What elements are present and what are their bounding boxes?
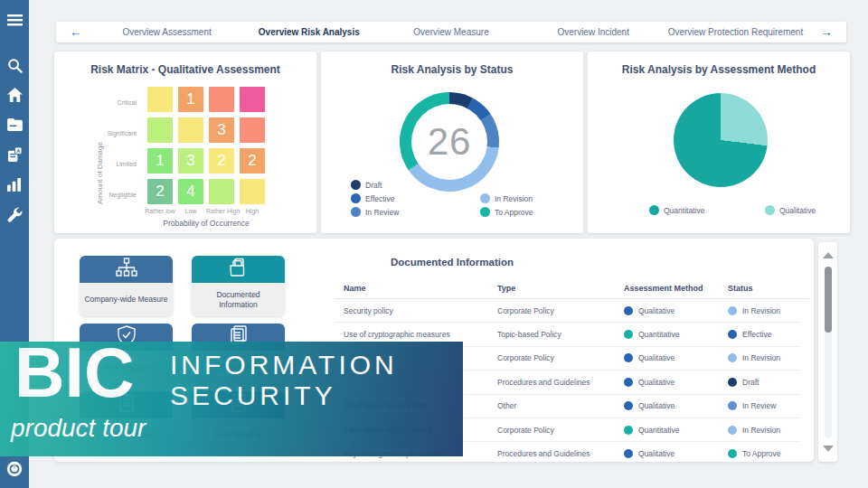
method-dot <box>624 353 633 362</box>
folder-documents-icon <box>228 258 250 281</box>
home-icon[interactable] <box>6 87 23 103</box>
table-header: Name Type Assessment Method Status <box>335 278 809 299</box>
bic-logo: BIC <box>14 336 135 408</box>
col-type: Type <box>497 284 624 293</box>
matrix-cell[interactable]: 2 <box>147 179 173 204</box>
product-tour-banner: BIC INFORMATION SECURITY product tour <box>0 342 463 456</box>
col-status: Status <box>728 284 809 293</box>
method-dot <box>624 306 633 315</box>
donut-total-count: 26 <box>428 120 472 164</box>
legend-dot <box>649 205 659 215</box>
method-chart-card: Risk Analysis by Assessment Method Quant… <box>588 52 850 233</box>
risk-matrix-grid: 1 3 1 3 2 2 2 4 <box>147 87 265 204</box>
matrix-cell[interactable] <box>240 179 265 204</box>
legend-item-in-revision: In Revision <box>480 193 533 203</box>
matrix-cell[interactable] <box>240 87 265 112</box>
banner-title-line2: SECURITY <box>170 382 336 409</box>
back-arrow-icon[interactable]: ← <box>56 22 96 42</box>
matrix-cell[interactable] <box>147 117 173 143</box>
status-donut-chart[interactable]: 26 <box>400 92 499 192</box>
scrollbar-thumb[interactable] <box>825 267 832 333</box>
tab-overview-incident[interactable]: Overview Incident <box>523 27 665 37</box>
forward-arrow-icon[interactable]: → <box>807 22 846 42</box>
legend-dot <box>765 205 775 215</box>
method-dot <box>624 401 633 410</box>
table-row[interactable]: Security policy Corporate Policy Qualita… <box>335 299 800 323</box>
banner-title-line1: INFORMATION <box>170 352 398 379</box>
matrix-cell[interactable]: 4 <box>178 179 203 204</box>
scroll-up-icon[interactable] <box>823 252 834 258</box>
method-dot <box>624 378 633 387</box>
legend-item-effective: Effective <box>351 193 394 203</box>
legend-item-qualitative: Qualitative <box>765 205 816 215</box>
matrix-cell[interactable] <box>178 117 203 143</box>
matrix-cell[interactable]: 2 <box>240 148 265 174</box>
tab-overview-measure[interactable]: Overview Measure <box>380 27 522 37</box>
legend-dot <box>351 193 361 203</box>
table-title: Documented Information <box>335 257 570 267</box>
matrix-cell[interactable]: 3 <box>178 148 203 174</box>
status-dot <box>728 449 737 458</box>
matrix-row-labels: Critical Significant Limited Negligible <box>81 87 143 210</box>
legend-item-quantitative: Quantitative <box>649 205 704 215</box>
legend-dot <box>480 207 490 217</box>
matrix-cell[interactable] <box>147 87 173 112</box>
tab-overview-risk-analysis[interactable]: Overview Risk Analysis <box>238 27 380 37</box>
document-a-icon[interactable]: A <box>6 146 23 163</box>
folder-icon[interactable] <box>6 117 23 133</box>
method-pie-chart[interactable] <box>674 93 768 187</box>
risk-matrix-card: Risk Matrix - Qualitative Assessment Amo… <box>54 52 316 233</box>
method-dot <box>624 330 633 339</box>
bar-chart-icon[interactable] <box>6 176 23 192</box>
status-dot <box>728 378 737 387</box>
org-chart-icon <box>116 258 137 281</box>
status-dot <box>728 401 737 410</box>
legend-dot <box>480 193 490 203</box>
matrix-cell[interactable] <box>209 179 234 204</box>
tile-documented-information[interactable]: Documented Information <box>192 256 285 316</box>
matrix-cell[interactable] <box>209 87 234 112</box>
donut-hole: 26 <box>411 104 487 180</box>
col-name: Name <box>344 284 497 293</box>
vertical-scrollbar[interactable] <box>818 242 837 462</box>
matrix-cell[interactable]: 1 <box>147 148 173 174</box>
legend-dot <box>351 207 361 217</box>
scroll-down-icon[interactable] <box>823 446 834 452</box>
method-chart-title: Risk Analysis by Assessment Method <box>588 52 850 76</box>
status-dot <box>728 353 737 362</box>
method-dot <box>624 426 633 435</box>
banner-tagline: product tour <box>11 414 146 443</box>
risk-matrix-title: Risk Matrix - Qualitative Assessment <box>54 52 316 76</box>
status-dot <box>728 426 737 435</box>
tab-list: Overview Assessment Overview Risk Analys… <box>96 27 807 37</box>
matrix-col-labels: Rather low Low Rather High High <box>145 208 268 214</box>
wrench-icon[interactable] <box>6 206 23 222</box>
svg-text:A: A <box>16 147 21 154</box>
matrix-x-axis-label: Probability of Occurrence <box>147 219 265 228</box>
method-dot <box>624 449 633 458</box>
status-chart-card: Risk Analysis by Status 26 Draft Effecti… <box>321 52 583 233</box>
dashboard: A ← Overview Assessment Overview Risk An… <box>0 0 868 488</box>
legend-item-to-approve: To Approve <box>480 207 533 217</box>
tile-label: Documented Information <box>192 283 285 316</box>
matrix-cell[interactable]: 3 <box>209 117 234 143</box>
legend-item-in-review: In Review <box>351 207 399 217</box>
matrix-cell[interactable] <box>240 117 265 143</box>
legend-dot <box>351 180 361 190</box>
tile-company-wide-measure[interactable]: Company-wide Measure <box>80 256 173 316</box>
matrix-cell[interactable]: 1 <box>178 87 203 112</box>
legend-item-draft: Draft <box>351 180 382 190</box>
matrix-cell[interactable]: 2 <box>209 148 234 174</box>
tab-overview-protection-requirement[interactable]: Overview Protection Requirement <box>665 27 807 37</box>
status-dot <box>728 330 737 339</box>
power-icon[interactable] <box>6 461 23 477</box>
tab-bar: ← Overview Assessment Overview Risk Anal… <box>56 22 846 42</box>
col-assessment-method: Assessment Method <box>624 284 728 293</box>
menu-icon[interactable] <box>6 12 23 28</box>
status-dot <box>728 306 737 315</box>
tab-overview-assessment[interactable]: Overview Assessment <box>96 27 238 37</box>
tile-label: Company-wide Measure <box>80 283 173 316</box>
search-icon[interactable] <box>6 57 23 73</box>
status-chart-title: Risk Analysis by Status <box>321 52 583 76</box>
